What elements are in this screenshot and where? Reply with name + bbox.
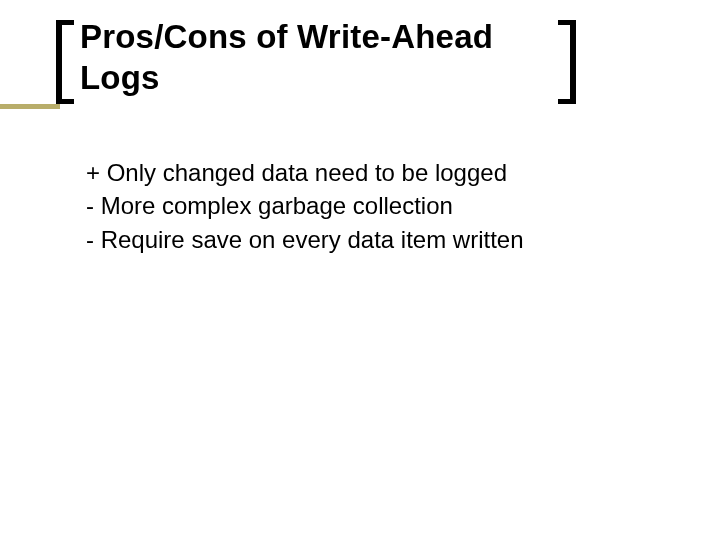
right-bracket-icon: [558, 20, 576, 104]
left-bracket-icon: [56, 20, 74, 104]
list-item: - Require save on every data item writte…: [86, 224, 646, 256]
body-text: + Only changed data need to be logged - …: [86, 156, 646, 257]
slide: Pros/Cons of Write-Ahead Logs + Only cha…: [0, 0, 720, 540]
accent-line: [0, 104, 60, 109]
list-item: + Only changed data need to be logged: [86, 157, 646, 189]
list-item: - More complex garbage collection: [86, 190, 646, 222]
slide-title: Pros/Cons of Write-Ahead Logs: [80, 16, 540, 99]
